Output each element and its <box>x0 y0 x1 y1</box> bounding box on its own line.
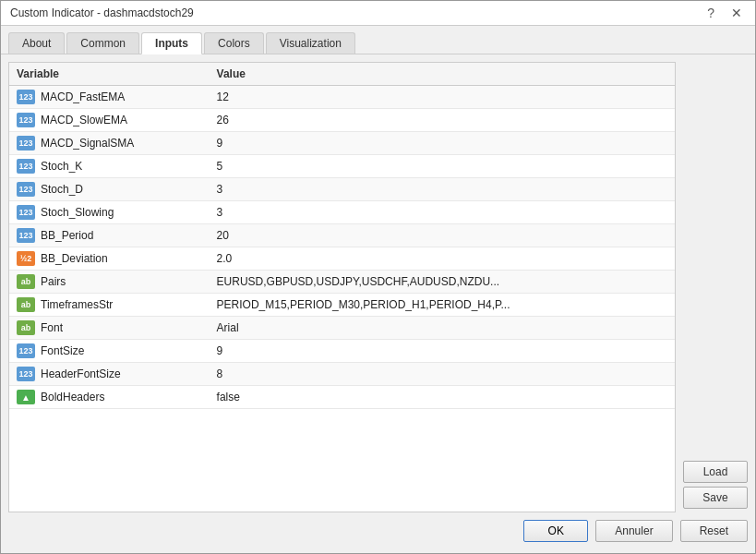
cell-variable: 123 MACD_SignalSMA <box>9 132 210 155</box>
type-badge: ab <box>17 297 35 312</box>
footer-buttons: OK Annuler Reset <box>523 520 748 542</box>
type-badge: ½2 <box>17 251 35 266</box>
variable-name: MACD_SignalSMA <box>41 137 134 150</box>
title-bar: Custom Indicator - dashmacdstoch29 ? ✕ <box>1 1 755 26</box>
table-row[interactable]: 123 MACD_SignalSMA 9 <box>9 132 675 155</box>
table-row[interactable]: 123 MACD_SlowEMA 26 <box>9 109 675 132</box>
cell-value: 20 <box>210 224 675 247</box>
table-row[interactable]: 123 BB_Period 20 <box>9 224 675 247</box>
variable-name: Font <box>41 321 63 334</box>
cell-value: EURUSD,GBPUSD,USDJPY,USDCHF,AUDUSD,NZDU.… <box>210 271 675 294</box>
table-row[interactable]: ½2 BB_Deviation 2.0 <box>9 247 675 271</box>
col-variable-header: Variable <box>9 63 210 86</box>
main-body: Variable Value 123 MACD_FastEMA 12 123 M… <box>8 62 748 512</box>
table-row[interactable]: 123 Stoch_K 5 <box>9 155 675 178</box>
side-buttons: Load Save <box>676 62 748 512</box>
tab-about[interactable]: About <box>8 32 65 54</box>
variable-name: FontSize <box>41 344 84 357</box>
table-row[interactable]: 123 MACD_FastEMA 12 <box>9 86 675 109</box>
type-badge: 123 <box>17 159 35 174</box>
variable-name: Stoch_D <box>41 183 83 196</box>
cell-variable: 123 Stoch_K <box>9 155 210 178</box>
type-badge: 123 <box>17 367 35 381</box>
tab-visualization[interactable]: Visualization <box>266 32 355 54</box>
cell-variable: 123 BB_Period <box>9 224 210 247</box>
cell-value: 8 <box>210 363 675 386</box>
cell-value: 5 <box>210 155 675 178</box>
type-badge: ab <box>17 320 35 335</box>
col-value-header: Value <box>210 63 675 86</box>
annuler-button[interactable]: Annuler <box>595 520 672 542</box>
tab-inputs[interactable]: Inputs <box>141 32 202 54</box>
cell-variable: ab Pairs <box>9 271 210 294</box>
cell-variable: ▲ BoldHeaders <box>9 386 210 409</box>
cell-value: PERIOD_M15,PERIOD_M30,PERIOD_H1,PERIOD_H… <box>210 294 675 317</box>
cell-variable: 123 FontSize <box>9 340 210 363</box>
cell-value: 3 <box>210 201 675 224</box>
parameters-table: Variable Value 123 MACD_FastEMA 12 123 M… <box>9 63 675 409</box>
variable-name: TimeframesStr <box>41 298 113 311</box>
variable-name: BoldHeaders <box>41 391 104 403</box>
title-bar-controls: ? ✕ <box>703 6 746 19</box>
table-row[interactable]: ab TimeframesStr PERIOD_M15,PERIOD_M30,P… <box>9 294 675 317</box>
parameters-table-container: Variable Value 123 MACD_FastEMA 12 123 M… <box>8 62 676 512</box>
cell-value: 2.0 <box>210 247 675 271</box>
dialog-title: Custom Indicator - dashmacdstoch29 <box>10 6 194 19</box>
cell-variable: ab TimeframesStr <box>9 294 210 317</box>
table-row[interactable]: 123 FontSize 9 <box>9 340 675 363</box>
save-button[interactable]: Save <box>683 487 748 509</box>
help-button[interactable]: ? <box>703 6 718 19</box>
table-row[interactable]: ab Pairs EURUSD,GBPUSD,USDJPY,USDCHF,AUD… <box>9 271 675 294</box>
cell-variable: 123 MACD_FastEMA <box>9 86 210 109</box>
cell-variable: 123 HeaderFontSize <box>9 363 210 386</box>
cell-value: 3 <box>210 178 675 201</box>
cell-value: 9 <box>210 132 675 155</box>
type-badge: ▲ <box>17 390 35 404</box>
cell-variable: ab Font <box>9 317 210 340</box>
cell-variable: ½2 BB_Deviation <box>9 247 210 271</box>
table-row[interactable]: ▲ BoldHeaders false <box>9 386 675 409</box>
dialog: Custom Indicator - dashmacdstoch29 ? ✕ A… <box>0 0 756 554</box>
table-row[interactable]: 123 HeaderFontSize 8 <box>9 363 675 386</box>
table-row[interactable]: ab Font Arial <box>9 317 675 340</box>
variable-name: Pairs <box>41 275 66 288</box>
table-row[interactable]: 123 Stoch_D 3 <box>9 178 675 201</box>
ok-button[interactable]: OK <box>523 520 588 542</box>
variable-name: BB_Period <box>41 229 93 242</box>
type-badge: 123 <box>17 136 35 151</box>
cell-value: 9 <box>210 340 675 363</box>
cell-value: 26 <box>210 109 675 132</box>
type-badge: 123 <box>17 113 35 127</box>
type-badge: 123 <box>17 205 35 220</box>
type-badge: 123 <box>17 228 35 243</box>
type-badge: 123 <box>17 90 35 104</box>
type-badge: ab <box>17 274 35 289</box>
reset-button[interactable]: Reset <box>680 520 748 542</box>
variable-name: Stoch_Slowing <box>41 206 114 219</box>
variable-name: MACD_FastEMA <box>41 90 125 103</box>
cell-value: false <box>210 386 675 409</box>
variable-name: MACD_SlowEMA <box>41 114 127 126</box>
table-row[interactable]: 123 Stoch_Slowing 3 <box>9 201 675 224</box>
table-header-row: Variable Value <box>9 63 675 86</box>
variable-name: BB_Deviation <box>41 252 108 265</box>
footer: OK Annuler Reset <box>8 512 748 546</box>
load-button[interactable]: Load <box>683 461 748 483</box>
tab-colors[interactable]: Colors <box>204 32 264 54</box>
variable-name: Stoch_K <box>41 160 82 173</box>
type-badge: 123 <box>17 343 35 358</box>
type-badge: 123 <box>17 182 35 197</box>
left-body: Variable Value 123 MACD_FastEMA 12 123 M… <box>8 62 676 512</box>
close-button[interactable]: ✕ <box>727 6 746 19</box>
cell-variable: 123 Stoch_Slowing <box>9 201 210 224</box>
cell-value: Arial <box>210 317 675 340</box>
cell-variable: 123 MACD_SlowEMA <box>9 109 210 132</box>
tab-bar: AboutCommonInputsColorsVisualization <box>1 26 755 54</box>
content-area: Variable Value 123 MACD_FastEMA 12 123 M… <box>1 54 755 553</box>
cell-variable: 123 Stoch_D <box>9 178 210 201</box>
cell-value: 12 <box>210 86 675 109</box>
tab-common[interactable]: Common <box>66 32 139 54</box>
variable-name: HeaderFontSize <box>41 367 121 380</box>
